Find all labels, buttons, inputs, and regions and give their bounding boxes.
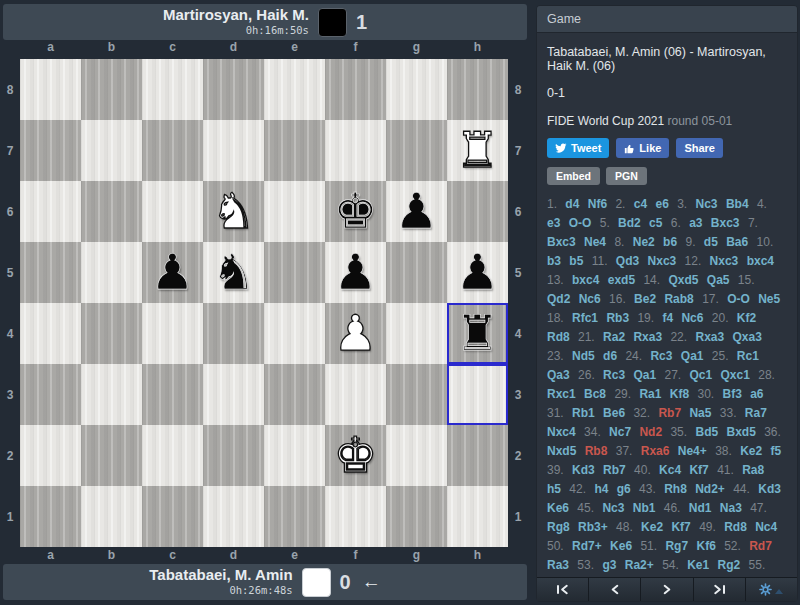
square-a8[interactable] [20, 59, 81, 120]
move-token[interactable]: Ne4 [584, 235, 606, 249]
move-token[interactable]: Qc1 [689, 368, 712, 382]
square-e7[interactable] [264, 120, 325, 181]
square-h5[interactable]: ♟ [447, 242, 508, 303]
move-token[interactable]: exd5 [608, 273, 635, 287]
move-token[interactable]: Nf6 [588, 197, 607, 211]
move-token[interactable]: Nc4 [755, 520, 777, 534]
move-token[interactable]: Bf3 [723, 387, 742, 401]
square-a1[interactable] [20, 486, 81, 547]
square-b7[interactable] [81, 120, 142, 181]
square-d5[interactable]: ♞ [203, 242, 264, 303]
piece-black-king[interactable]: ♚ [334, 181, 378, 242]
move-token[interactable]: h4 [594, 482, 608, 496]
move-token[interactable]: Ne4+ [678, 444, 707, 458]
square-f8[interactable] [325, 59, 386, 120]
next-move-button[interactable] [641, 578, 693, 601]
move-token[interactable]: d4 [565, 197, 579, 211]
move-token[interactable]: a6 [750, 387, 763, 401]
square-f5[interactable]: ♟ [325, 242, 386, 303]
move-token[interactable]: Nd2 [639, 425, 662, 439]
square-e2[interactable] [264, 425, 325, 486]
move-token[interactable]: Nxd5 [547, 444, 576, 458]
square-g8[interactable] [386, 59, 447, 120]
move-token[interactable]: Ne2 [633, 235, 655, 249]
move-token[interactable]: f4 [662, 311, 673, 325]
move-token[interactable]: Nxc3 [710, 254, 739, 268]
move-token[interactable]: Qa5 [707, 273, 730, 287]
square-a6[interactable] [20, 181, 81, 242]
square-h2[interactable] [447, 425, 508, 486]
tweet-button[interactable]: Tweet [547, 138, 609, 158]
move-token[interactable]: O-O [569, 216, 592, 230]
square-b6[interactable] [81, 181, 142, 242]
square-c5[interactable]: ♟ [142, 242, 203, 303]
move-token[interactable]: Rb8 [585, 444, 608, 458]
move-token[interactable]: Nc7 [609, 425, 631, 439]
move-token[interactable]: Kf6 [696, 539, 715, 553]
square-c6[interactable] [142, 181, 203, 242]
move-token[interactable]: Ra7 [745, 406, 767, 420]
square-f6[interactable]: ♚ [325, 181, 386, 242]
move-token[interactable]: Kf8 [670, 387, 689, 401]
move-token[interactable]: Rb3+ [578, 520, 608, 534]
move-token[interactable]: Ke1 [687, 558, 709, 572]
move-token[interactable]: Rg2 [718, 558, 741, 572]
move-token[interactable]: Nd2+ [695, 482, 725, 496]
square-h1[interactable] [447, 486, 508, 547]
square-g4[interactable] [386, 303, 447, 364]
move-token[interactable]: Ra1 [639, 387, 661, 401]
move-token[interactable]: Nb1 [633, 501, 656, 515]
square-a3[interactable] [20, 364, 81, 425]
move-token[interactable]: Nd5 [572, 349, 595, 363]
move-token[interactable]: Ba6 [726, 235, 748, 249]
move-token[interactable]: Bxc3 [711, 216, 740, 230]
move-token[interactable]: c5 [649, 216, 662, 230]
square-d6[interactable]: ♞ [203, 181, 264, 242]
square-f1[interactable] [325, 486, 386, 547]
square-f7[interactable] [325, 120, 386, 181]
square-d1[interactable] [203, 486, 264, 547]
square-g1[interactable] [386, 486, 447, 547]
move-token[interactable]: Ra8 [742, 463, 764, 477]
share-button[interactable]: Share [676, 138, 723, 158]
square-c1[interactable] [142, 486, 203, 547]
move-token[interactable]: Nc3 [602, 501, 624, 515]
move-token[interactable]: Ke2 [740, 444, 762, 458]
move-token[interactable]: Rg8 [547, 520, 570, 534]
square-e4[interactable] [264, 303, 325, 364]
square-h3[interactable] [447, 364, 508, 425]
move-token[interactable]: Nxc4 [547, 425, 576, 439]
move-token[interactable]: b6 [663, 235, 677, 249]
move-token[interactable]: Qa3 [547, 368, 570, 382]
square-c2[interactable] [142, 425, 203, 486]
square-e6[interactable] [264, 181, 325, 242]
square-a5[interactable] [20, 242, 81, 303]
embed-button[interactable]: Embed [547, 167, 600, 185]
move-token[interactable]: b3 [547, 254, 561, 268]
move-token[interactable]: Rxc1 [547, 387, 576, 401]
move-token[interactable]: Kf7 [671, 520, 690, 534]
piece-black-rook[interactable]: ♜ [456, 303, 500, 364]
move-token[interactable]: Nc6 [681, 311, 703, 325]
move-token[interactable]: Qxd5 [668, 273, 698, 287]
move-token[interactable]: Ra3 [547, 558, 569, 572]
move-token[interactable]: Na5 [689, 406, 711, 420]
move-token[interactable]: O-O [727, 292, 750, 306]
move-token[interactable]: Nc6 [579, 292, 601, 306]
square-b5[interactable] [81, 242, 142, 303]
move-token[interactable]: Qxc1 [721, 368, 750, 382]
move-token[interactable]: e3 [547, 216, 560, 230]
move-token[interactable]: Rg7 [665, 539, 688, 553]
chess-board[interactable]: ♜♞♚♟♟♞♟♟♟♜♚ [20, 59, 508, 547]
move-token[interactable]: Ke6 [610, 539, 632, 553]
move-token[interactable]: Kf7 [689, 463, 708, 477]
move-token[interactable]: Kf2 [737, 311, 756, 325]
square-f4[interactable]: ♟ [325, 303, 386, 364]
first-move-button[interactable] [537, 578, 589, 601]
piece-black-pawn[interactable]: ♟ [395, 181, 439, 242]
move-token[interactable]: Qd2 [547, 292, 570, 306]
move-token[interactable]: d6 [603, 349, 617, 363]
move-token[interactable]: Ke2 [641, 520, 663, 534]
move-token[interactable]: Qa1 [681, 349, 704, 363]
move-token[interactable]: Bd2 [618, 216, 641, 230]
